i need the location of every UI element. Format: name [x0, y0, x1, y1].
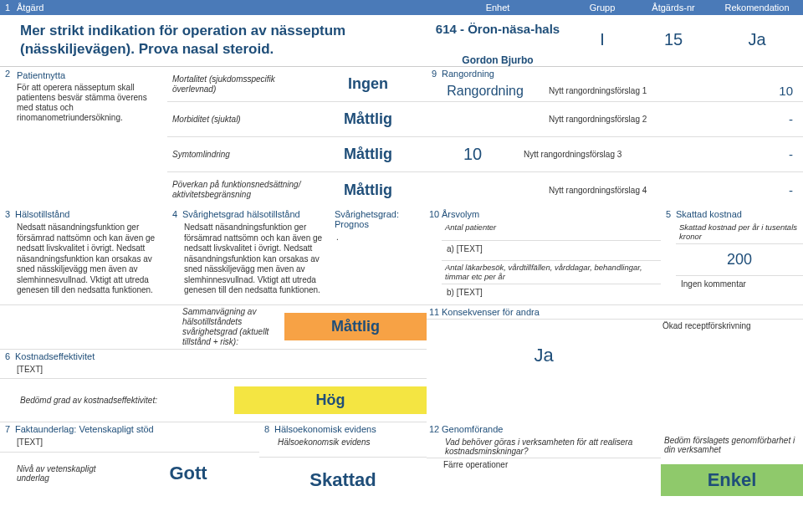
rank-label: Nytt rangordningsförslag 4 — [544, 186, 753, 195]
evidence-text: [TEXT] — [15, 436, 259, 452]
section-num: 7 — [0, 422, 15, 452]
section-heading: Genomförande — [442, 422, 661, 436]
cost-eff-text: [TEXT] — [15, 363, 427, 379]
feasibility-label: Bedöm förslagets genomförbarhet i din ve… — [661, 422, 803, 456]
section-num: 8 — [259, 422, 274, 457]
prognosis-text: . — [335, 231, 427, 247]
title-row: Mer strikt indikation för operation av n… — [0, 15, 803, 67]
unit-name: 614 - Öron-näsa-hals — [427, 22, 569, 36]
metric-value: Måttlig — [309, 146, 427, 163]
section-heading: Kostnadseffektivitet — [15, 350, 427, 363]
section-heading: Svårighetsgrad: Prognos — [335, 207, 427, 231]
header-group: Grupp — [569, 3, 636, 13]
group-value: I — [569, 15, 636, 66]
rank-value: 10 — [753, 84, 803, 98]
section-num: 6 — [0, 350, 15, 379]
metric-label: Mortalitet (sjukdomsspecifik överlevnad) — [167, 73, 309, 96]
rank-value: - — [753, 112, 803, 126]
volume-a: a) [TEXT] — [445, 243, 657, 258]
severity-badge: Måttlig — [284, 313, 427, 340]
cost-eff-badge: Hög — [234, 386, 427, 414]
metric-label: Morbiditet (sjuktal) — [167, 113, 309, 126]
section-num: 9 — [427, 67, 442, 80]
patient-benefit-ranking-row: 2 Patientnytta För att operera nässeptum… — [0, 67, 803, 207]
section-num: 11 — [427, 305, 442, 319]
section-num: 10 — [427, 207, 442, 304]
section-heading: Svårighetsgrad hälsotillstånd — [182, 207, 335, 221]
author-name: Gordon Bjurbo — [427, 54, 569, 66]
consequences-right: Ökad receptförskrivning — [661, 320, 803, 376]
consequences-value: Ja — [427, 320, 661, 376]
section-heading: Skattad kostnad — [676, 207, 803, 221]
cost-effectiveness-row: Sammanvägning av hälsotillståndets svåri… — [0, 305, 803, 423]
implementation-question: Vad behöver göras i verksamheten för att… — [442, 436, 661, 458]
metric-value: Ingen — [309, 75, 427, 93]
recommendation-value: Ja — [711, 15, 803, 66]
header-bar: 1 Åtgärd Enhet Grupp Åtgärds-nr Rekomend… — [0, 0, 803, 15]
metric-label: Pöverkan på funktionsnedsättning/ aktivi… — [167, 178, 309, 202]
section-num: 4 — [167, 207, 182, 304]
section-heading: Hälsotillstånd — [15, 207, 167, 221]
evidence-level-label: Nivå av vetenskapligt underlag — [0, 463, 117, 484]
section-num: 3 — [0, 207, 15, 304]
feasibility-value: Enkel — [661, 464, 803, 496]
header-actnum: Åtgärds-nr — [636, 3, 711, 13]
cost-value: 200 — [679, 246, 800, 274]
volume-label: Antal patienter — [445, 223, 657, 232]
ranking-big-value: 10 — [427, 145, 519, 164]
header-action: Åtgärd — [15, 3, 427, 13]
rank-label: Nytt rangordningsförslag 1 — [544, 86, 753, 95]
section-heading: Patientnytta — [17, 69, 164, 83]
health-state-text: Nedsatt näsandningsfunktion ger försämra… — [15, 221, 167, 299]
metric-value: Måttlig — [309, 182, 427, 199]
evidence-value: Gott — [117, 458, 259, 489]
severity-sum-label: Sammanvägning av hälsotillståndets svåri… — [0, 305, 284, 349]
rank-label: Nytt rangordningsförslag 3 — [519, 150, 753, 159]
cost-comment: Ingen kommentar — [679, 278, 800, 294]
header-num: 1 — [0, 3, 15, 13]
patient-benefit-text: För att operera nässeptum skall patiente… — [17, 83, 164, 123]
section-heading: Hälsoekonomisk evidens — [274, 422, 427, 436]
section-num: 12 — [427, 422, 442, 458]
section-heading: Konsekvenser för andra — [442, 305, 540, 319]
cost-eff-label: Bedömd grad av kostnadseffektivitet: — [0, 394, 234, 407]
rank-value: - — [753, 183, 803, 197]
severity-text: Nedsatt näsandningsfunktion ger försämra… — [182, 221, 335, 299]
rank-label: Nytt rangordningsförslag 2 — [544, 115, 753, 124]
volume-b: b) [TEXT] — [445, 286, 657, 302]
implementation-answer: Färre operationer — [427, 458, 661, 474]
volume-label: Antal läkarbesök, vårdtillfällen, vårdda… — [445, 263, 657, 282]
action-title: Mer strikt indikation för operation av n… — [20, 22, 422, 59]
header-rec: Rekomendation — [711, 3, 803, 13]
health-econ-label: Hälsoekonomsik evidens — [274, 436, 427, 448]
evidence-row: 7 Faktaunderlag: Vetenskapligt stöd [TEX… — [0, 422, 803, 496]
health-econ-value: Skattad — [259, 458, 427, 496]
header-unit: Enhet — [427, 3, 569, 13]
health-state-row: 3 Hälsotillstånd Nedsatt näsandningsfunk… — [0, 207, 803, 305]
section-heading: Faktaunderlag: Vetenskapligt stöd — [15, 422, 259, 436]
section-heading: Årsvolym — [442, 207, 661, 221]
action-number: 15 — [636, 15, 711, 66]
cost-label: Skattad kostnad per år i tusentals krono… — [679, 223, 800, 242]
section-num: 2 — [0, 67, 15, 207]
metric-value: Måttlig — [309, 110, 427, 128]
metric-label: Symtomlindring — [167, 148, 309, 161]
ranking-word: Rangordning — [427, 84, 544, 99]
rank-value: - — [753, 147, 803, 161]
section-num: 5 — [661, 207, 676, 304]
section-heading: Rangordning — [442, 67, 494, 80]
